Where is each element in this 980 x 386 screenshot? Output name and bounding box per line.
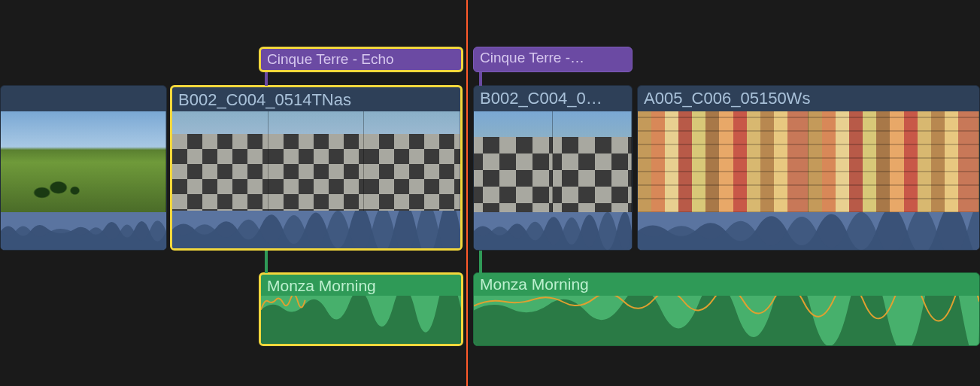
title-clip[interactable]: Cinque Terre - Echo <box>259 47 463 72</box>
thumbnail-strip <box>1 111 166 213</box>
audio-clip[interactable]: Monza Morning <box>259 272 463 346</box>
thumbnail-strip <box>172 111 460 213</box>
audio-waveform <box>474 296 979 345</box>
audio-clip-label: Monza Morning <box>267 277 455 295</box>
thumbnail-strip <box>638 111 979 213</box>
video-clip-label: B002_C004_0514TNas <box>178 90 454 110</box>
thumbnail <box>269 111 365 213</box>
video-clip[interactable]: A005_C006_05150Ws <box>637 85 980 251</box>
video-clip[interactable] <box>0 85 167 251</box>
thumbnail <box>172 111 269 213</box>
thumbnail <box>474 111 553 213</box>
thumbnail <box>1 111 166 213</box>
thumbnail-strip <box>474 111 632 213</box>
clip-connector <box>479 72 482 86</box>
clip-connector <box>479 251 482 273</box>
video-clip-label: B002_C004_0… <box>480 89 626 108</box>
audio-waveform <box>1 212 166 250</box>
timeline[interactable]: Cinque Terre - Echo Cinque Terre -… B002… <box>0 0 980 386</box>
audio-waveform <box>172 211 460 248</box>
video-clip[interactable]: B002_C004_0514TNas <box>170 85 463 251</box>
audio-clip-label: Monza Morning <box>480 275 973 293</box>
clip-connector <box>265 251 268 273</box>
thumbnail <box>809 111 979 213</box>
clip-connector <box>265 72 268 86</box>
playhead[interactable] <box>466 0 468 386</box>
video-clip[interactable]: B002_C004_0… <box>473 85 633 251</box>
audio-waveform <box>261 296 461 344</box>
audio-waveform <box>474 212 632 250</box>
title-clip-label: Cinque Terre - Echo <box>267 51 455 68</box>
title-clip[interactable]: Cinque Terre -… <box>473 47 633 72</box>
thumbnail <box>638 111 809 213</box>
thumbnail <box>364 111 460 213</box>
video-clip-label: A005_C006_05150Ws <box>644 89 973 108</box>
thumbnail <box>553 111 632 213</box>
title-clip-label: Cinque Terre -… <box>480 50 626 66</box>
audio-waveform <box>638 212 979 250</box>
audio-clip[interactable]: Monza Morning <box>473 272 980 346</box>
